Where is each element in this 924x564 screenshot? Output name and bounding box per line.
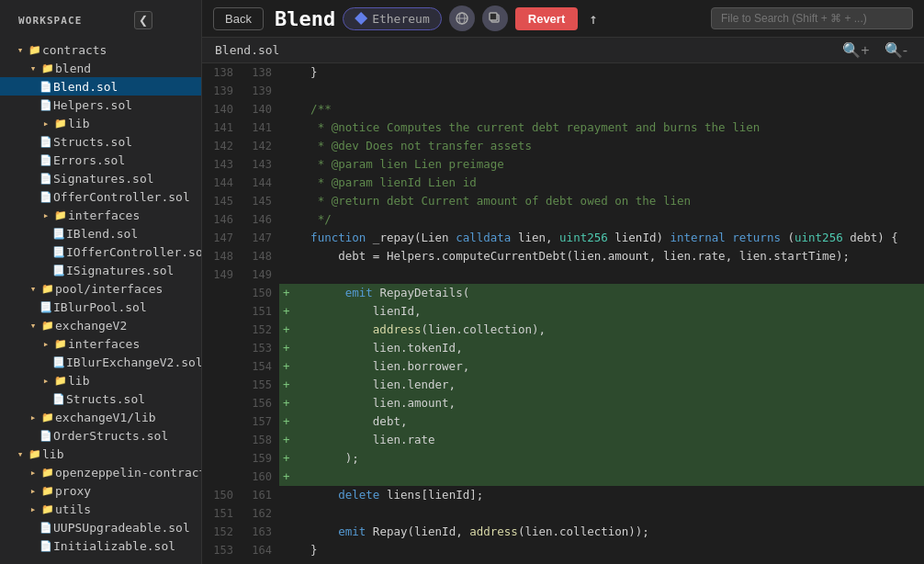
- code-line: + lienId,: [279, 302, 924, 321]
- sidebar-item-signatures-sol[interactable]: 📄Signatures.sol: [0, 169, 201, 187]
- file-search-input[interactable]: [711, 7, 913, 29]
- sidebar-item-label: pool/interfaces: [55, 282, 163, 296]
- left-line-numbers: 1381391401411421431441451461471481491501…: [202, 63, 241, 564]
- left-line-num: [202, 394, 241, 412]
- active-file-tab[interactable]: Blend.sol: [215, 43, 279, 57]
- main-panel: Back Blend Ethereum Revert ↑ Blend.sol: [202, 0, 924, 564]
- file-icon: 📄: [39, 428, 53, 443]
- left-line-num: 140: [202, 100, 241, 118]
- folder-icon: 📁: [53, 116, 68, 130]
- interface-file-icon: 📃: [51, 226, 66, 241]
- right-line-num: 150: [241, 284, 279, 302]
- right-line-num: 148: [241, 247, 279, 265]
- sidebar-item-openzeppelin[interactable]: ▸📁openzeppelin-contracts-upgradeable/con…: [0, 463, 201, 481]
- file-icon: 📄: [39, 134, 53, 149]
- interface-file-icon: 📃: [51, 355, 66, 369]
- right-line-num: 163: [241, 523, 279, 541]
- sidebar-item-lib-v2[interactable]: ▸📁lib: [0, 371, 201, 389]
- code-diff-view[interactable]: 1381391401411421431441451461471481491501…: [202, 63, 924, 564]
- left-line-num: 147: [202, 229, 241, 247]
- svg-rect-4: [490, 13, 497, 20]
- sidebar-item-interfaces-folder[interactable]: ▸📁interfaces: [0, 206, 201, 224]
- folder-chevron-icon: ▸: [39, 373, 53, 388]
- sidebar-item-isignatures-sol[interactable]: 📃ISignatures.sol: [0, 261, 201, 279]
- folder-chevron-icon: ▾: [13, 42, 28, 57]
- sidebar-item-offercontroller-sol[interactable]: 📄OfferController.sol: [0, 187, 201, 206]
- collapse-sidebar-button[interactable]: ❮: [134, 11, 152, 29]
- sidebar-item-proxy[interactable]: ▸📁proxy: [0, 481, 201, 500]
- sidebar-item-utils[interactable]: ▸📁utils: [0, 500, 201, 518]
- folder-chevron-icon: ▸: [26, 410, 40, 424]
- right-line-num: 138: [241, 63, 279, 82]
- page-title: Blend: [275, 7, 335, 30]
- sidebar-item-interfaces-v2[interactable]: ▸📁interfaces: [0, 334, 201, 353]
- code-line: [279, 504, 924, 523]
- sidebar-item-exchangev2-folder[interactable]: ▾📁exchangeV2: [0, 316, 201, 334]
- sidebar-item-label: IBlurExchangeV2.sol: [66, 355, 201, 369]
- right-line-num: 158: [241, 431, 279, 449]
- sidebar-item-label: Structs.sol: [66, 392, 145, 406]
- sidebar-item-exchangev1lib[interactable]: ▸📁exchangeV1/lib: [0, 408, 201, 426]
- zoom-out-button[interactable]: 🔍-: [881, 41, 911, 59]
- code-line: * @param lien Lien preimage: [279, 155, 924, 174]
- sidebar-item-blend-folder[interactable]: ▾📁blend: [0, 59, 201, 77]
- file-icon: 📄: [39, 520, 53, 535]
- sidebar-item-label: OrderStructs.sol: [53, 429, 168, 443]
- right-line-num: 154: [241, 357, 279, 376]
- code-line: + emit RepayDetails(: [279, 284, 924, 302]
- interface-file-icon: 📃: [51, 263, 66, 277]
- code-line: + address(lien.collection),: [279, 321, 924, 339]
- sidebar-item-iblurexchangev2-sol[interactable]: 📃IBlurExchangeV2.sol: [0, 353, 201, 371]
- interface-file-icon: 📃: [51, 244, 66, 259]
- right-line-num: 160: [241, 468, 279, 486]
- revert-button[interactable]: Revert: [515, 7, 578, 30]
- sidebar-item-helpers-sol[interactable]: 📄Helpers.sol: [0, 96, 201, 114]
- sidebar-item-iblend-sol[interactable]: 📃IBlend.sol: [0, 224, 201, 243]
- code-line: + lien.tokenId,: [279, 339, 924, 357]
- sidebar-item-structs-v2-sol[interactable]: 📄Structs.sol: [0, 389, 201, 408]
- sidebar-item-label: OfferController.sol: [53, 190, 190, 204]
- right-line-num: 143: [241, 155, 279, 174]
- network-icon-button[interactable]: [449, 6, 475, 31]
- left-line-num: 142: [202, 137, 241, 155]
- left-line-num: [202, 284, 241, 302]
- share-icon[interactable]: ↑: [585, 6, 602, 31]
- sidebar-item-ioffercontroller-sol[interactable]: 📃IOfferController.sol: [0, 243, 201, 261]
- left-line-num: [202, 412, 241, 431]
- sidebar-item-uupsupgradeable-sol[interactable]: 📄UUPSUpgradeable.sol: [0, 518, 201, 536]
- sidebar-item-blend-sol[interactable]: 📄Blend.sol: [0, 77, 201, 96]
- left-line-num: [202, 376, 241, 394]
- folder-chevron-icon: ▸: [26, 483, 40, 498]
- sidebar-item-label: utils: [55, 502, 91, 516]
- code-line: + lien.borrower,: [279, 357, 924, 376]
- file-icon: 📄: [39, 97, 53, 112]
- left-line-num: [202, 468, 241, 486]
- left-line-num: 150: [202, 486, 241, 504]
- topbar: Back Blend Ethereum Revert ↑: [202, 0, 924, 38]
- right-line-num: 139: [241, 82, 279, 100]
- sidebar-item-pool-interfaces[interactable]: ▾📁pool/interfaces: [0, 279, 201, 298]
- zoom-in-button[interactable]: 🔍+: [839, 41, 873, 59]
- folder-icon: 📁: [53, 373, 68, 388]
- ethereum-network-pill[interactable]: Ethereum: [343, 7, 442, 30]
- sidebar-item-label: lib: [68, 374, 89, 388]
- code-line: + );: [279, 449, 924, 468]
- workspace-label: WORKSPACE: [7, 7, 94, 34]
- sidebar-item-iblurpool-sol[interactable]: 📃IBlurPool.sol: [0, 298, 201, 316]
- sidebar-item-errors-sol[interactable]: 📄Errors.sol: [0, 151, 201, 169]
- right-line-num: 152: [241, 321, 279, 339]
- sidebar-item-label: Blend.sol: [53, 80, 118, 94]
- sidebar-item-lib-folder[interactable]: ▸📁lib: [0, 114, 201, 132]
- folder-icon: 📁: [40, 483, 55, 498]
- code-line: delete liens[lienId];: [279, 486, 924, 504]
- sidebar-item-structs-sol[interactable]: 📄Structs.sol: [0, 132, 201, 151]
- left-line-num: 151: [202, 504, 241, 523]
- sidebar-item-initializable-sol[interactable]: 📄Initializable.sol: [0, 536, 201, 555]
- back-button[interactable]: Back: [213, 7, 264, 30]
- left-line-num: [202, 339, 241, 357]
- right-line-num: 156: [241, 394, 279, 412]
- sidebar-item-orderstructs-sol[interactable]: 📄OrderStructs.sol: [0, 426, 201, 445]
- sidebar-item-contracts[interactable]: ▾📁contracts: [0, 40, 201, 59]
- sidebar-item-lib-root[interactable]: ▾📁lib: [0, 445, 201, 463]
- copy-icon-button[interactable]: [482, 6, 508, 31]
